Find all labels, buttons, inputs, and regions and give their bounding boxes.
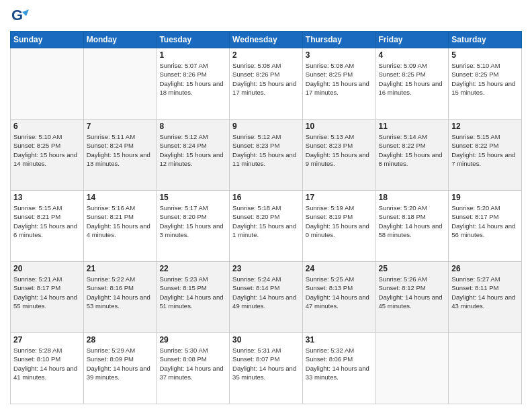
calendar-cell: 30Sunrise: 5:31 AMSunset: 8:07 PMDayligh…: [230, 333, 303, 404]
day-number: 7: [87, 122, 154, 131]
calendar-cell: 9Sunrise: 5:12 AMSunset: 8:23 PMDaylight…: [230, 120, 303, 191]
day-number: 24: [306, 264, 373, 273]
logo-icon: G: [10, 7, 29, 26]
day-info: Sunrise: 5:29 AMSunset: 8:09 PMDaylight:…: [87, 346, 154, 381]
day-info: Sunrise: 5:15 AMSunset: 8:22 PMDaylight:…: [451, 132, 519, 168]
day-info: Sunrise: 5:18 AMSunset: 8:20 PMDaylight:…: [232, 203, 300, 239]
day-info: Sunrise: 5:32 AMSunset: 8:06 PMDaylight:…: [306, 346, 373, 381]
day-info: Sunrise: 5:08 AMSunset: 8:26 PMDaylight:…: [232, 61, 300, 97]
weekday-header-thursday: Thursday: [302, 32, 375, 48]
day-number: 5: [451, 50, 519, 60]
day-info: Sunrise: 5:17 AMSunset: 8:20 PMDaylight:…: [159, 203, 226, 239]
day-info: Sunrise: 5:10 AMSunset: 8:25 PMDaylight:…: [13, 132, 81, 168]
calendar-cell: 22Sunrise: 5:23 AMSunset: 8:15 PMDayligh…: [157, 262, 230, 333]
day-info: Sunrise: 5:10 AMSunset: 8:25 PMDaylight:…: [451, 61, 519, 97]
day-number: 4: [379, 50, 446, 60]
day-info: Sunrise: 5:11 AMSunset: 8:24 PMDaylight:…: [87, 132, 154, 168]
day-number: 16: [232, 193, 300, 202]
calendar-cell: 26Sunrise: 5:27 AMSunset: 8:11 PMDayligh…: [449, 262, 522, 333]
calendar-cell: 2Sunrise: 5:08 AMSunset: 8:26 PMDaylight…: [230, 48, 303, 120]
day-number: 6: [13, 122, 81, 131]
calendar-cell: 5Sunrise: 5:10 AMSunset: 8:25 PMDaylight…: [449, 48, 522, 120]
day-info: Sunrise: 5:13 AMSunset: 8:23 PMDaylight:…: [306, 132, 373, 168]
calendar-cell: 7Sunrise: 5:11 AMSunset: 8:24 PMDaylight…: [83, 120, 157, 191]
calendar-cell: 19Sunrise: 5:20 AMSunset: 8:17 PMDayligh…: [449, 191, 522, 262]
day-number: 22: [159, 264, 226, 273]
day-info: Sunrise: 5:08 AMSunset: 8:25 PMDaylight:…: [306, 61, 373, 97]
day-number: 17: [306, 193, 373, 202]
day-info: Sunrise: 5:09 AMSunset: 8:25 PMDaylight:…: [379, 61, 446, 97]
day-number: 8: [159, 122, 226, 131]
day-number: 10: [306, 122, 373, 131]
calendar-cell: 20Sunrise: 5:21 AMSunset: 8:17 PMDayligh…: [11, 262, 84, 333]
day-info: Sunrise: 5:23 AMSunset: 8:15 PMDaylight:…: [159, 275, 226, 310]
calendar-cell: [11, 48, 84, 120]
day-info: Sunrise: 5:15 AMSunset: 8:21 PMDaylight:…: [13, 203, 81, 239]
day-number: 9: [232, 122, 300, 131]
day-info: Sunrise: 5:21 AMSunset: 8:17 PMDaylight:…: [13, 275, 81, 310]
day-info: Sunrise: 5:07 AMSunset: 8:26 PMDaylight:…: [159, 61, 226, 97]
day-info: Sunrise: 5:24 AMSunset: 8:14 PMDaylight:…: [232, 275, 300, 310]
day-number: 14: [87, 193, 154, 202]
calendar-cell: 13Sunrise: 5:15 AMSunset: 8:21 PMDayligh…: [11, 191, 84, 262]
day-info: Sunrise: 5:22 AMSunset: 8:16 PMDaylight:…: [87, 275, 154, 310]
day-info: Sunrise: 5:19 AMSunset: 8:19 PMDaylight:…: [306, 203, 373, 239]
day-info: Sunrise: 5:25 AMSunset: 8:13 PMDaylight:…: [306, 275, 373, 310]
svg-marker-1: [22, 9, 29, 16]
day-number: 21: [87, 264, 154, 273]
day-info: Sunrise: 5:26 AMSunset: 8:12 PMDaylight:…: [379, 275, 446, 310]
day-number: 15: [159, 193, 226, 202]
calendar-cell: 17Sunrise: 5:19 AMSunset: 8:19 PMDayligh…: [302, 191, 375, 262]
calendar-cell: 16Sunrise: 5:18 AMSunset: 8:20 PMDayligh…: [230, 191, 303, 262]
calendar-cell: 11Sunrise: 5:14 AMSunset: 8:22 PMDayligh…: [375, 120, 449, 191]
calendar-cell: 24Sunrise: 5:25 AMSunset: 8:13 PMDayligh…: [302, 262, 375, 333]
calendar-cell: 3Sunrise: 5:08 AMSunset: 8:25 PMDaylight…: [302, 48, 375, 120]
day-number: 28: [87, 335, 154, 345]
weekday-header-wednesday: Wednesday: [230, 32, 303, 48]
day-info: Sunrise: 5:20 AMSunset: 8:17 PMDaylight:…: [451, 203, 519, 239]
day-info: Sunrise: 5:30 AMSunset: 8:08 PMDaylight:…: [159, 346, 226, 381]
calendar-cell: 15Sunrise: 5:17 AMSunset: 8:20 PMDayligh…: [157, 191, 230, 262]
day-number: 2: [232, 50, 300, 60]
calendar-cell: [83, 48, 157, 120]
day-info: Sunrise: 5:16 AMSunset: 8:21 PMDaylight:…: [87, 203, 154, 239]
day-info: Sunrise: 5:12 AMSunset: 8:23 PMDaylight:…: [232, 132, 300, 168]
calendar-cell: 21Sunrise: 5:22 AMSunset: 8:16 PMDayligh…: [83, 262, 157, 333]
calendar-cell: 14Sunrise: 5:16 AMSunset: 8:21 PMDayligh…: [83, 191, 157, 262]
weekday-header-friday: Friday: [375, 32, 449, 48]
day-number: 1: [159, 50, 226, 60]
day-number: 31: [306, 335, 373, 345]
calendar-cell: 23Sunrise: 5:24 AMSunset: 8:14 PMDayligh…: [230, 262, 303, 333]
calendar-cell: 8Sunrise: 5:12 AMSunset: 8:24 PMDaylight…: [157, 120, 230, 191]
day-number: 13: [13, 193, 81, 202]
day-number: 30: [232, 335, 300, 345]
calendar-cell: [449, 333, 522, 404]
calendar-cell: 25Sunrise: 5:26 AMSunset: 8:12 PMDayligh…: [375, 262, 449, 333]
week-row-2: 6Sunrise: 5:10 AMSunset: 8:25 PMDaylight…: [11, 120, 522, 191]
day-number: 23: [232, 264, 300, 273]
day-info: Sunrise: 5:27 AMSunset: 8:11 PMDaylight:…: [451, 275, 519, 310]
calendar-table: SundayMondayTuesdayWednesdayThursdayFrid…: [10, 31, 522, 404]
week-row-1: 1Sunrise: 5:07 AMSunset: 8:26 PMDaylight…: [11, 48, 522, 120]
header: G: [10, 7, 522, 26]
day-info: Sunrise: 5:28 AMSunset: 8:10 PMDaylight:…: [13, 346, 81, 381]
day-info: Sunrise: 5:14 AMSunset: 8:22 PMDaylight:…: [379, 132, 446, 168]
calendar-cell: 4Sunrise: 5:09 AMSunset: 8:25 PMDaylight…: [375, 48, 449, 120]
day-number: 18: [379, 193, 446, 202]
week-row-3: 13Sunrise: 5:15 AMSunset: 8:21 PMDayligh…: [11, 191, 522, 262]
day-info: Sunrise: 5:20 AMSunset: 8:18 PMDaylight:…: [379, 203, 446, 239]
day-number: 3: [306, 50, 373, 60]
logo: G: [10, 7, 32, 26]
calendar-cell: 12Sunrise: 5:15 AMSunset: 8:22 PMDayligh…: [449, 120, 522, 191]
weekday-header-row: SundayMondayTuesdayWednesdayThursdayFrid…: [11, 32, 522, 48]
day-number: 27: [13, 335, 81, 345]
day-number: 19: [451, 193, 519, 202]
calendar-cell: 1Sunrise: 5:07 AMSunset: 8:26 PMDaylight…: [157, 48, 230, 120]
day-number: 20: [13, 264, 81, 273]
weekday-header-sunday: Sunday: [11, 32, 84, 48]
day-number: 29: [159, 335, 226, 345]
calendar-cell: 6Sunrise: 5:10 AMSunset: 8:25 PMDaylight…: [11, 120, 84, 191]
weekday-header-monday: Monday: [83, 32, 157, 48]
calendar-cell: 29Sunrise: 5:30 AMSunset: 8:08 PMDayligh…: [157, 333, 230, 404]
calendar-cell: 27Sunrise: 5:28 AMSunset: 8:10 PMDayligh…: [11, 333, 84, 404]
